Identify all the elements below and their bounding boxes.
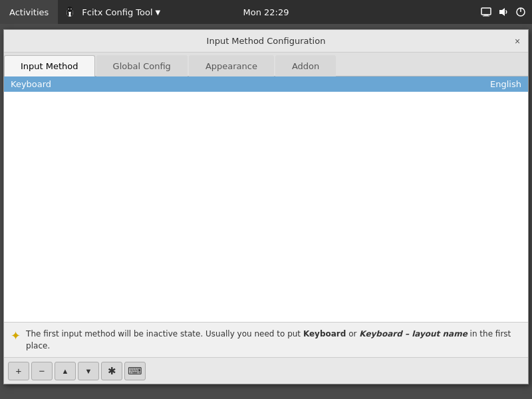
info-bar: ✦ The first input method will be inactiv…: [4, 323, 528, 357]
clock: Mon 22:29: [243, 7, 289, 17]
row-name: Keyboard: [11, 79, 51, 89]
close-button[interactable]: ×: [511, 35, 524, 48]
tab-appearance[interactable]: Appearance: [189, 55, 274, 76]
info-text: The first input method will be inactive …: [26, 328, 521, 352]
app-menu-arrow: ▼: [156, 9, 161, 16]
tab-input-method-label: Input Method: [21, 61, 78, 71]
configure-button[interactable]: ✱: [101, 362, 122, 380]
info-keyboard: Keyboard: [303, 329, 346, 338]
app-menu-label: Fcitx Config Tool: [82, 7, 152, 17]
dialog: Input Method Configuration × Input Metho…: [3, 29, 529, 384]
volume-icon[interactable]: [497, 6, 509, 18]
svg-rect-8: [484, 15, 488, 16]
app-menu[interactable]: Fcitx Config Tool ▼: [58, 0, 167, 24]
row-language: English: [490, 79, 521, 89]
svg-point-4: [71, 9, 72, 10]
tab-bar: Input Method Global Config Appearance Ad…: [4, 53, 528, 76]
power-icon[interactable]: [515, 6, 527, 18]
activities-button[interactable]: Activities: [0, 0, 58, 24]
info-keyboard-layout: Keyboard – layout name: [359, 329, 467, 338]
screen-icon[interactable]: [480, 6, 492, 18]
desktop: Input Method Configuration × Input Metho…: [0, 24, 532, 399]
info-icon: ✦: [11, 329, 21, 342]
svg-rect-7: [481, 8, 491, 15]
dialog-titlebar: Input Method Configuration ×: [4, 30, 528, 53]
move-up-button[interactable]: ▲: [55, 362, 76, 380]
svg-rect-9: [483, 16, 489, 17]
table-row[interactable]: Keyboard English: [4, 76, 528, 92]
add-button[interactable]: +: [8, 362, 29, 380]
svg-point-3: [68, 9, 70, 10]
activities-label: Activities: [9, 7, 49, 17]
info-or: or: [346, 329, 359, 338]
info-before: The first input method will be inactive …: [26, 329, 303, 338]
tab-appearance-label: Appearance: [205, 61, 257, 71]
content-area: Keyboard English: [4, 76, 528, 323]
tab-addon-label: Addon: [292, 61, 319, 71]
svg-marker-10: [499, 8, 505, 16]
taskbar: Activities Fcitx Config Tool ▼ Mon 22:29: [0, 0, 532, 24]
fcitx-icon: [65, 7, 78, 18]
dialog-title: Input Method Configuration: [207, 36, 326, 46]
keyboard-layout-button[interactable]: ⌨: [124, 362, 146, 380]
tab-global-config[interactable]: Global Config: [96, 55, 188, 76]
move-down-button[interactable]: ▼: [78, 362, 99, 380]
tab-addon[interactable]: Addon: [275, 55, 336, 76]
tab-global-config-label: Global Config: [113, 61, 171, 71]
toolbar: + − ▲ ▼ ✱ ⌨: [4, 357, 528, 384]
remove-button[interactable]: −: [31, 362, 53, 380]
system-tray: [480, 0, 527, 24]
tab-input-method[interactable]: Input Method: [4, 55, 95, 76]
